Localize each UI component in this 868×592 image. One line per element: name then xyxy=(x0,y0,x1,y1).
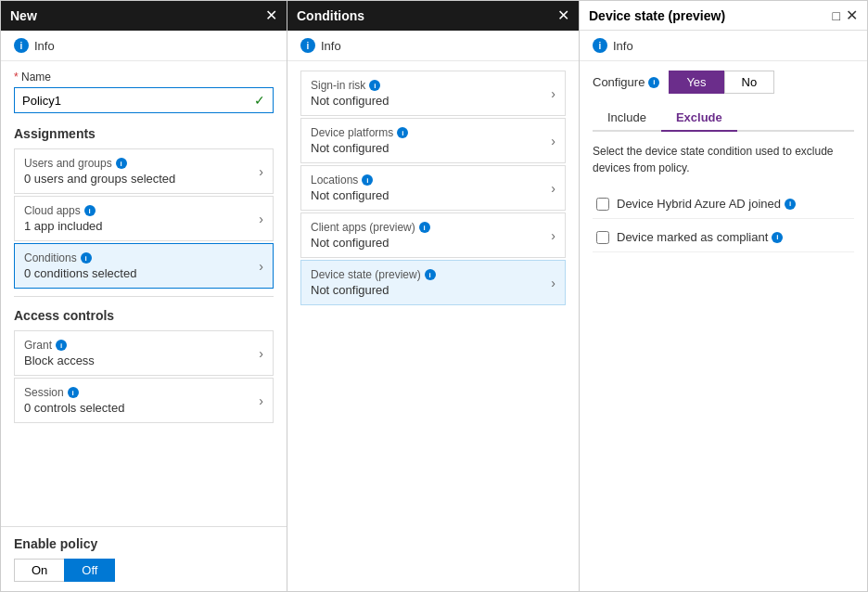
conditions-text: Conditions i 0 conditions selected xyxy=(24,251,259,280)
right-panel: Device state (preview) □ ✕ i Info Config… xyxy=(580,0,868,592)
checkbox-compliant-label: Device marked as compliant i xyxy=(617,230,783,244)
conditions-title: Conditions i xyxy=(24,251,259,264)
checkbox-compliant[interactable] xyxy=(596,231,609,244)
right-panel-header: Device state (preview) □ ✕ xyxy=(580,1,867,31)
client-apps-value: Not configured xyxy=(311,236,551,250)
checkbox-hybrid-azure-label: Device Hybrid Azure AD joined i xyxy=(617,197,796,211)
sign-in-risk-item[interactable]: Sign-in risk i Not configured › xyxy=(300,71,566,116)
left-panel-close-button[interactable]: ✕ xyxy=(265,8,277,23)
sign-in-risk-info-icon: i xyxy=(369,80,380,91)
device-platforms-item[interactable]: Device platforms i Not configured › xyxy=(300,118,566,163)
cloud-apps-chevron: › xyxy=(259,212,263,226)
middle-panel-header: Conditions ✕ xyxy=(287,1,579,31)
access-controls-title: Access controls xyxy=(14,308,274,323)
required-star: * xyxy=(14,71,19,84)
left-panel: New ✕ i Info * Name Policy1 ✓ Assignment… xyxy=(0,0,287,592)
locations-title: Locations i xyxy=(311,174,551,187)
left-panel-header: New ✕ xyxy=(1,1,287,31)
locations-item[interactable]: Locations i Not configured › xyxy=(300,165,566,211)
cloud-apps-title: Cloud apps i xyxy=(24,204,259,217)
configure-btn-group: Yes No xyxy=(669,71,774,94)
users-and-groups-item[interactable]: Users and groups i 0 users and groups se… xyxy=(14,148,274,194)
device-state-info-icon: i xyxy=(425,269,436,280)
configure-info-icon: i xyxy=(648,77,659,88)
checkbox-hybrid-azure-row: Device Hybrid Azure AD joined i xyxy=(593,189,854,219)
client-apps-title: Client apps (preview) i xyxy=(311,221,551,234)
sign-in-risk-text: Sign-in risk i Not configured xyxy=(311,79,551,108)
right-info-icon: i xyxy=(593,38,607,53)
locations-text: Locations i Not configured xyxy=(311,174,551,202)
locations-value: Not configured xyxy=(311,188,551,202)
conditions-chevron: › xyxy=(259,259,263,274)
checkbox1-info-icon: i xyxy=(785,199,796,210)
users-groups-value: 0 users and groups selected xyxy=(24,172,259,186)
right-panel-close-button[interactable]: ✕ xyxy=(846,8,858,23)
grant-text: Grant i Block access xyxy=(24,339,259,367)
session-chevron: › xyxy=(259,393,263,408)
right-panel-info-bar: i Info xyxy=(580,31,867,61)
grant-title: Grant i xyxy=(24,339,259,352)
name-field-row: * Name Policy1 ✓ xyxy=(14,71,274,113)
name-label-text: Name xyxy=(21,71,51,84)
enable-policy-title: Enable policy xyxy=(14,536,274,551)
conditions-item[interactable]: Conditions i 0 conditions selected › xyxy=(14,243,274,289)
checkbox2-info-icon: i xyxy=(772,232,783,243)
cloud-apps-item[interactable]: Cloud apps i 1 app included › xyxy=(14,196,274,241)
policy-name-value: Policy1 xyxy=(22,94,61,108)
users-groups-text: Users and groups i 0 users and groups se… xyxy=(24,157,259,186)
checkbox-hybrid-azure[interactable] xyxy=(596,198,609,211)
right-info-label: Info xyxy=(613,39,633,53)
header-actions: □ ✕ xyxy=(833,8,858,23)
locations-info-icon: i xyxy=(362,174,373,186)
session-info-icon: i xyxy=(68,387,79,398)
restore-icon: □ xyxy=(833,8,840,23)
client-apps-item[interactable]: Client apps (preview) i Not configured › xyxy=(300,212,566,258)
policy-name-input-wrapper[interactable]: Policy1 ✓ xyxy=(14,87,274,113)
configure-no-button[interactable]: No xyxy=(724,71,775,94)
name-field-label: * Name xyxy=(14,71,274,84)
session-item[interactable]: Session i 0 controls selected › xyxy=(14,378,274,423)
close-icon-right: ✕ xyxy=(846,7,858,23)
close-icon: ✕ xyxy=(265,7,277,23)
sign-in-risk-chevron: › xyxy=(551,86,555,101)
device-platforms-text: Device platforms i Not configured xyxy=(311,126,551,155)
client-apps-chevron: › xyxy=(551,228,555,243)
grant-chevron: › xyxy=(259,346,263,361)
device-platforms-value: Not configured xyxy=(311,141,551,155)
client-apps-text: Client apps (preview) i Not configured xyxy=(311,221,551,250)
device-platforms-chevron: › xyxy=(551,134,555,148)
middle-panel: Conditions ✕ i Info Sign-in risk i Not c… xyxy=(287,0,580,592)
device-platforms-info-icon: i xyxy=(397,127,408,138)
left-info-label: Info xyxy=(34,39,55,53)
middle-panel-body: Sign-in risk i Not configured › Device p… xyxy=(287,61,579,591)
restore-button[interactable]: □ xyxy=(833,9,840,22)
session-text: Session i 0 controls selected xyxy=(24,386,259,415)
enable-policy-section: Enable policy On Off xyxy=(1,526,287,591)
sign-in-risk-value: Not configured xyxy=(311,94,551,108)
grant-item[interactable]: Grant i Block access › xyxy=(14,330,274,376)
toggle-off-button[interactable]: Off xyxy=(64,559,115,582)
device-state-item[interactable]: Device state (preview) i Not configured … xyxy=(300,260,566,305)
device-state-title-right: Device state (preview) xyxy=(589,8,725,23)
conditions-value: 0 conditions selected xyxy=(24,266,259,280)
device-state-title: Device state (preview) i xyxy=(311,268,551,281)
sign-in-risk-title: Sign-in risk i xyxy=(311,79,551,92)
configure-row: Configure i Yes No xyxy=(593,71,854,94)
tab-exclude[interactable]: Exclude xyxy=(661,105,737,132)
cloud-apps-value: 1 app included xyxy=(24,219,259,233)
middle-panel-close-button[interactable]: ✕ xyxy=(557,8,569,23)
tab-include[interactable]: Include xyxy=(593,105,661,132)
grant-info-icon: i xyxy=(56,340,67,351)
users-groups-title: Users and groups i xyxy=(24,157,259,170)
configure-yes-button[interactable]: Yes xyxy=(669,71,723,94)
checkbox-compliant-row: Device marked as compliant i xyxy=(593,223,854,252)
device-platforms-title: Device platforms i xyxy=(311,126,551,139)
toggle-on-button[interactable]: On xyxy=(14,559,64,582)
client-apps-info-icon: i xyxy=(419,222,430,233)
device-state-value: Not configured xyxy=(311,283,551,297)
device-state-chevron: › xyxy=(551,276,555,290)
middle-info-label: Info xyxy=(321,39,341,53)
info-icon: i xyxy=(14,38,29,53)
description-text: Select the device state condition used t… xyxy=(593,143,854,176)
tab-row: Include Exclude xyxy=(593,105,854,132)
